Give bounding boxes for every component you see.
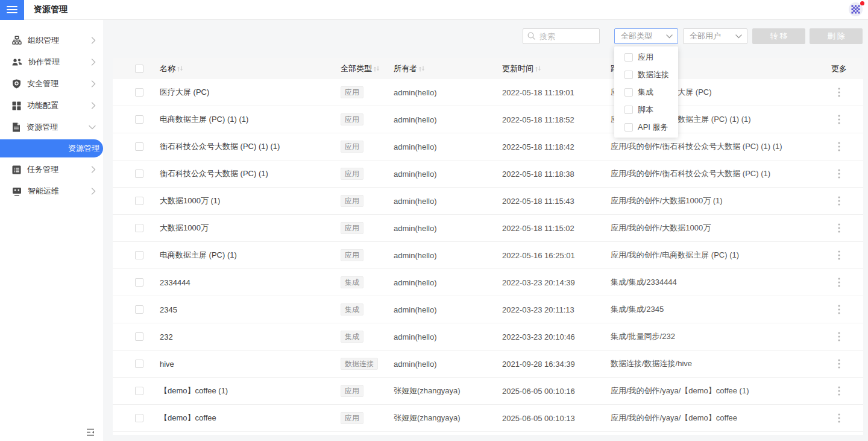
chevron-down-icon	[666, 34, 673, 39]
updated-cell: 2025-06-05 00:10:16	[502, 387, 611, 396]
sort-icon	[373, 65, 380, 72]
sidebar-item[interactable]: 功能配置	[0, 95, 103, 116]
select-all-checkbox[interactable]	[135, 65, 143, 73]
resource-name[interactable]: 电商数据主屏 (PC) (1)	[160, 250, 341, 261]
table-row: 电商数据主屏 (PC) (1) (1) 应用 admin(hello) 2022…	[113, 106, 863, 133]
more-actions-button[interactable]	[835, 302, 843, 317]
path-cell: 集成/集成/2334444	[611, 277, 815, 288]
robot-icon	[12, 187, 22, 196]
sidebar-item-label: 资源管理	[27, 122, 58, 133]
type-option-checkbox[interactable]	[624, 53, 633, 62]
row-checkbox[interactable]	[135, 305, 143, 314]
sidebar-item-label: 安全管理	[27, 78, 58, 89]
type-option[interactable]: 应用	[614, 48, 678, 66]
row-checkbox[interactable]	[135, 142, 143, 151]
delete-button[interactable]: 删 除	[810, 28, 863, 44]
sidebar-item[interactable]: 协作管理	[0, 51, 103, 73]
updated-cell: 2022-05-18 11:15:43	[502, 197, 611, 206]
owner-cell: admin(hello)	[394, 305, 502, 314]
sidebar-item[interactable]: 智能运维	[0, 180, 103, 202]
table-row: 电商数据主屏 (PC) (1) 应用 admin(hello) 2022-05-…	[113, 242, 863, 269]
shield-icon	[12, 79, 21, 89]
type-badge: 应用	[341, 141, 363, 153]
updated-cell: 2022-05-16 16:25:01	[502, 251, 611, 260]
resource-name[interactable]: 大数据1000万 (1)	[160, 195, 341, 206]
row-checkbox[interactable]	[135, 278, 143, 287]
row-checkbox[interactable]	[135, 251, 143, 259]
header-name[interactable]: 名称	[160, 63, 341, 74]
type-option[interactable]: 脚本	[614, 101, 678, 118]
transfer-button[interactable]: 转 移	[752, 28, 805, 44]
row-checkbox[interactable]	[135, 170, 143, 178]
page-title: 资源管理	[34, 4, 68, 15]
more-actions-button[interactable]	[835, 411, 843, 425]
type-option-checkbox[interactable]	[624, 106, 633, 114]
type-option[interactable]: 数据连接	[614, 66, 678, 83]
sidebar-item[interactable]: 安全管理	[0, 73, 103, 95]
type-option[interactable]: API 服务	[614, 118, 678, 136]
main-content: 全部类型 全部用户 转 移 删 除 名称 全部类型 所有者 更新时间	[103, 20, 868, 441]
owner-cell: admin(hello)	[394, 88, 502, 97]
type-option[interactable]: 集成	[614, 83, 678, 101]
more-actions-button[interactable]	[835, 329, 843, 344]
sidebar-item-label: 任务管理	[27, 164, 58, 175]
hamburger-menu-button[interactable]	[0, 0, 24, 20]
resource-name[interactable]: 【demo】coffee (1)	[160, 385, 341, 396]
table-row: 232 集成 admin(hello) 2022-03-23 20:10:46 …	[113, 323, 863, 351]
more-actions-button[interactable]	[835, 221, 843, 235]
header-owner[interactable]: 所有者	[394, 63, 502, 74]
row-checkbox[interactable]	[135, 387, 143, 395]
collapse-sidebar-button[interactable]	[86, 428, 95, 436]
resource-name[interactable]: 2334444	[160, 278, 341, 287]
type-badge: 应用	[341, 385, 363, 397]
header-updated[interactable]: 更新时间	[502, 63, 611, 74]
resource-name[interactable]: 【demo】coffee	[160, 413, 341, 424]
resource-name[interactable]: 232	[160, 332, 341, 341]
more-actions-button[interactable]	[835, 85, 843, 100]
row-checkbox[interactable]	[135, 332, 143, 341]
sidebar-subitem-active[interactable]: 资源管理	[0, 139, 103, 157]
chevron-right-icon	[91, 59, 96, 66]
resource-name[interactable]: 电商数据主屏 (PC) (1) (1)	[160, 114, 341, 125]
more-actions-button[interactable]	[835, 248, 843, 262]
header-type[interactable]: 全部类型	[341, 63, 394, 74]
owner-cell: 张娅娅(zhangyaya)	[394, 413, 502, 424]
resource-name[interactable]: 衡石科技公众号大数据 (PC) (1) (1)	[160, 141, 341, 152]
more-actions-button[interactable]	[835, 357, 843, 371]
type-option-checkbox[interactable]	[624, 123, 633, 132]
resource-name[interactable]: 大数据1000万	[160, 223, 341, 233]
row-checkbox[interactable]	[135, 197, 143, 205]
sidebar-item[interactable]: 资源管理	[0, 116, 103, 138]
sidebar-item[interactable]: 任务管理	[0, 159, 103, 180]
chevron-right-icon	[91, 102, 96, 109]
row-checkbox[interactable]	[135, 115, 143, 124]
type-filter-select[interactable]: 全部类型	[614, 28, 678, 44]
more-actions-button[interactable]	[835, 194, 843, 208]
sidebar-item-label: 功能配置	[27, 100, 58, 111]
resource-name[interactable]: 医疗大屏 (PC)	[160, 87, 341, 98]
more-actions-button[interactable]	[835, 167, 843, 181]
path-cell: 数据连接/数据连接/hive	[611, 358, 815, 369]
more-actions-button[interactable]	[835, 275, 843, 290]
row-checkbox[interactable]	[135, 88, 143, 97]
owner-cell: admin(hello)	[394, 115, 502, 124]
type-option-label: 数据连接	[638, 69, 669, 80]
row-checkbox[interactable]	[135, 360, 143, 368]
row-checkbox[interactable]	[135, 224, 143, 232]
row-checkbox[interactable]	[135, 414, 143, 422]
table-row: 大数据1000万 (1) 应用 admin(hello) 2022-05-18 …	[113, 188, 863, 215]
user-filter-select[interactable]: 全部用户	[683, 28, 747, 44]
more-actions-button[interactable]	[835, 139, 843, 154]
more-actions-button[interactable]	[835, 384, 843, 398]
resource-name[interactable]: 2345	[160, 305, 341, 314]
type-option-checkbox[interactable]	[624, 71, 633, 79]
type-badge: 数据连接	[341, 358, 378, 370]
sidebar-item-label: 组织管理	[28, 35, 59, 46]
resource-name[interactable]: hive	[160, 360, 341, 369]
sidebar-item[interactable]: 组织管理	[0, 30, 103, 51]
sidebar-item-label: 协作管理	[28, 57, 60, 68]
more-actions-button[interactable]	[835, 112, 843, 127]
sort-icon	[418, 65, 425, 72]
type-option-checkbox[interactable]	[624, 88, 633, 97]
resource-name[interactable]: 衡石科技公众号大数据 (PC) (1)	[160, 168, 341, 179]
